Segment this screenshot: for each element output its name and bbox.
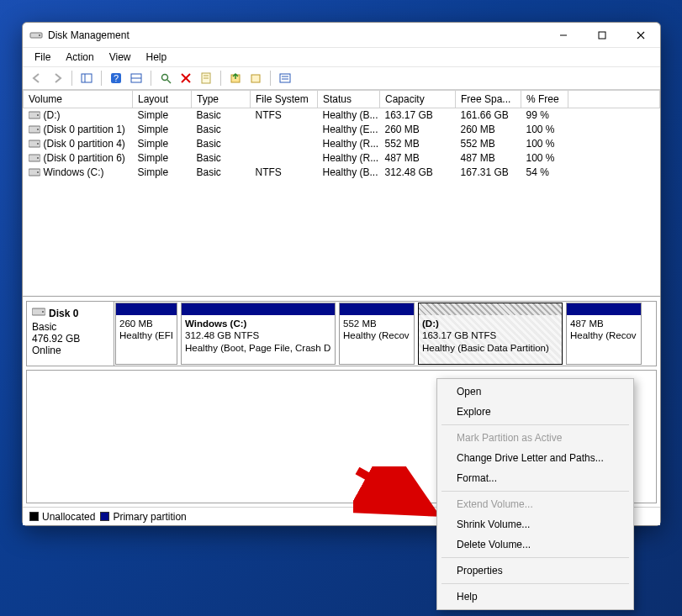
maximize-button[interactable] xyxy=(583,23,621,48)
action-button-2[interactable] xyxy=(246,69,265,87)
table-row[interactable]: (D:)SimpleBasicNTFSHealthy (B...163.17 G… xyxy=(24,108,660,123)
partition-body: Windows (C:)312.48 GB NTFSHealthy (Boot,… xyxy=(182,315,335,364)
forward-button[interactable] xyxy=(48,69,66,87)
disk-name: Disk 0 xyxy=(49,308,78,319)
col-pctfree[interactable]: % Free xyxy=(521,91,568,108)
table-row[interactable]: (Disk 0 partition 1)SimpleBasicHealthy (… xyxy=(24,123,660,137)
toolbar: ? xyxy=(23,66,660,90)
menu-shrink-volume[interactable]: Shrink Volume... xyxy=(440,514,631,534)
col-capacity[interactable]: Capacity xyxy=(380,91,456,108)
svg-point-12 xyxy=(162,75,168,81)
svg-point-33 xyxy=(37,171,39,173)
menu-delete-volume[interactable]: Delete Volume... xyxy=(440,534,631,555)
disk-row: Disk 0 Basic 476.92 GB Online 260 MBHeal… xyxy=(26,301,657,366)
volume-icon xyxy=(29,110,40,118)
legend-unallocated: Unallocated xyxy=(29,511,95,523)
svg-line-13 xyxy=(167,80,171,83)
svg-rect-20 xyxy=(251,75,260,82)
volume-list-pane: Volume Layout Type File System Status Ca… xyxy=(23,90,660,297)
table-row[interactable]: (Disk 0 partition 4)SimpleBasicHealthy (… xyxy=(24,137,660,151)
volume-table: Volume Layout Type File System Status Ca… xyxy=(23,90,660,180)
partition[interactable]: 260 MBHealthy (EFI xyxy=(115,303,177,365)
menu-action[interactable]: Action xyxy=(59,49,100,66)
col-type[interactable]: Type xyxy=(192,91,251,108)
partition-header xyxy=(340,303,414,315)
menu-format[interactable]: Format... xyxy=(440,468,631,488)
menu-change-letter[interactable]: Change Drive Letter and Paths... xyxy=(440,448,631,468)
svg-point-1 xyxy=(39,34,40,36)
partition-header xyxy=(116,303,177,315)
disk-info[interactable]: Disk 0 Basic 476.92 GB Online xyxy=(27,302,114,366)
svg-rect-21 xyxy=(280,74,290,82)
partition-header xyxy=(182,303,335,315)
disk-size: 476.92 GB xyxy=(32,333,108,345)
delete-icon[interactable] xyxy=(177,69,195,87)
partition[interactable]: (D:)163.17 GB NTFSHealthy (Basic Data Pa… xyxy=(418,303,563,365)
window-title: Disk Management xyxy=(48,29,544,41)
partition[interactable]: Windows (C:)312.48 GB NTFSHealthy (Boot,… xyxy=(181,303,336,365)
volume-icon xyxy=(29,153,40,161)
partition-context-menu: Open Explore Mark Partition as Active Ch… xyxy=(436,378,634,610)
menu-view[interactable]: View xyxy=(103,49,138,66)
disk-status: Online xyxy=(32,345,108,356)
list-button[interactable] xyxy=(276,69,294,87)
back-button[interactable] xyxy=(28,69,46,87)
action-button-1[interactable] xyxy=(226,69,245,87)
menu-properties[interactable]: Properties xyxy=(440,561,631,581)
layout-button[interactable] xyxy=(127,69,145,87)
col-blank[interactable] xyxy=(568,91,660,108)
menu-file[interactable]: File xyxy=(28,49,57,66)
svg-point-27 xyxy=(37,129,39,130)
table-row[interactable]: (Disk 0 partition 6)SimpleBasicHealthy (… xyxy=(24,151,660,166)
svg-rect-3 xyxy=(599,32,605,39)
svg-point-29 xyxy=(37,143,39,145)
col-layout[interactable]: Layout xyxy=(133,91,192,108)
table-row[interactable]: Windows (C:)SimpleBasicNTFSHealthy (B...… xyxy=(24,166,660,180)
close-button[interactable] xyxy=(621,23,660,48)
partition[interactable]: 487 MBHealthy (Recov xyxy=(566,303,642,365)
titlebar: Disk Management xyxy=(23,23,660,48)
partition-header xyxy=(419,303,562,315)
svg-point-25 xyxy=(37,114,39,116)
partition-body: (D:)163.17 GB NTFSHealthy (Basic Data Pa… xyxy=(419,315,562,364)
menu-open[interactable]: Open xyxy=(440,382,631,402)
menubar: File Action View Help xyxy=(23,48,660,66)
menu-help[interactable]: Help xyxy=(140,49,174,66)
legend-primary: Primary partition xyxy=(100,511,186,523)
col-status[interactable]: Status xyxy=(318,91,380,108)
svg-rect-6 xyxy=(82,74,92,82)
svg-point-35 xyxy=(42,311,44,313)
partition-header xyxy=(567,303,641,315)
col-volume[interactable]: Volume xyxy=(24,91,133,108)
menu-help[interactable]: Help xyxy=(440,587,631,607)
show-hide-console-tree-button[interactable] xyxy=(77,69,96,87)
properties-icon[interactable] xyxy=(197,69,215,87)
partition[interactable]: 552 MBHealthy (Recov xyxy=(339,303,415,365)
svg-point-31 xyxy=(37,157,39,159)
menu-extend-volume: Extend Volume... xyxy=(440,494,631,514)
table-header-row: Volume Layout Type File System Status Ca… xyxy=(24,91,660,108)
volume-icon xyxy=(29,124,40,133)
partition-body: 487 MBHealthy (Recov xyxy=(567,315,641,364)
col-free[interactable]: Free Spa... xyxy=(456,91,521,108)
volume-icon xyxy=(29,167,40,176)
disk-type: Basic xyxy=(32,321,108,333)
col-filesystem[interactable]: File System xyxy=(251,91,318,108)
svg-text:?: ? xyxy=(114,73,119,83)
menu-explore[interactable]: Explore xyxy=(440,402,631,422)
help-button[interactable]: ? xyxy=(107,69,125,87)
menu-mark-active: Mark Partition as Active xyxy=(440,428,631,448)
partitions-container: 260 MBHealthy (EFIWindows (C:)312.48 GB … xyxy=(114,302,656,366)
partition-body: 552 MBHealthy (Recov xyxy=(340,315,414,364)
volume-icon xyxy=(29,139,40,147)
minimize-button[interactable] xyxy=(544,23,583,48)
app-icon xyxy=(29,29,43,42)
settings-button[interactable] xyxy=(156,69,175,87)
partition-body: 260 MBHealthy (EFI xyxy=(116,315,177,364)
disk-icon xyxy=(32,307,45,319)
